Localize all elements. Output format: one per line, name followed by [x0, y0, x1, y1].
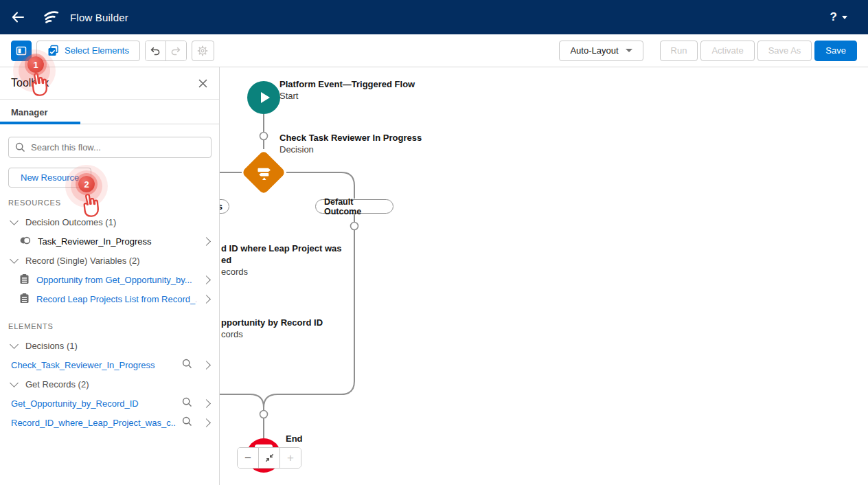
group-get-records[interactable]: Get Records (2): [0, 374, 219, 394]
builder-toolbar: Select Elements: [0, 34, 868, 67]
undo-button[interactable]: [146, 41, 165, 60]
start-title: Platform Event—Triggered Flow: [279, 78, 415, 90]
start-node-label: Platform Event—Triggered Flow Start: [279, 78, 415, 102]
undo-redo-group: [145, 41, 187, 61]
record-variable-icon: [19, 273, 30, 286]
elements-heading: ELEMENTS: [8, 322, 219, 330]
redo-button[interactable]: [165, 41, 186, 60]
app-title: Flow Builder: [70, 12, 128, 23]
toolbox-tabs: Manager: [0, 100, 219, 124]
panel-icon: [16, 45, 27, 56]
get-records-node-label-2: pportunity by Record ID cords: [221, 317, 358, 340]
outcome-icon: [19, 235, 31, 248]
search-icon[interactable]: [182, 359, 192, 371]
save-as-button[interactable]: Save As: [757, 41, 812, 61]
resources-heading: RESOURCES: [8, 199, 219, 207]
chevron-down-icon: [626, 49, 632, 52]
multi-select-icon: [47, 45, 59, 56]
back-arrow-icon: [10, 10, 25, 25]
chevron-right-icon[interactable]: [202, 361, 211, 370]
chevron-down-icon: [10, 216, 19, 225]
close-icon[interactable]: [196, 76, 209, 90]
chevron-right-icon[interactable]: [202, 237, 211, 246]
fit-view-icon: [264, 453, 275, 463]
redo-icon: [170, 45, 181, 56]
help-icon: ?: [830, 10, 837, 24]
default-outcome-pill[interactable]: Default Outcome: [315, 199, 393, 214]
select-elements-button[interactable]: Select Elements: [36, 41, 140, 61]
decision-node-label: Check Task Reviewer In Progress Decision: [279, 132, 422, 155]
play-icon: [255, 89, 272, 106]
decision-subtitle: Decision: [279, 144, 314, 155]
resource-record-leap-projects-variable[interactable]: Record Leap Projects List from Record_..…: [0, 289, 219, 308]
toggle-toolbox-button[interactable]: [11, 41, 32, 61]
back-button[interactable]: [0, 0, 36, 34]
chevron-down-icon: [10, 379, 19, 387]
group-decision-outcomes[interactable]: Decision Outcomes (1): [0, 212, 219, 232]
toolbox-panel: Toolbox Manager New Resource RESOURCES D…: [0, 67, 220, 485]
auto-layout-dropdown[interactable]: Auto-Layout: [559, 41, 643, 61]
chevron-right-icon[interactable]: [202, 295, 211, 304]
record-variable-icon: [19, 293, 30, 306]
group-decisions[interactable]: Decisions (1): [0, 336, 219, 355]
tab-manager[interactable]: Manager: [0, 107, 58, 124]
run-button[interactable]: Run: [660, 41, 698, 61]
undo-icon: [150, 45, 161, 56]
start-node[interactable]: [247, 81, 280, 114]
flow-builder-logo-icon: [43, 9, 60, 26]
element-record-id-where-leap-project[interactable]: Record_ID_where_Leap_Project_was_c...: [0, 413, 219, 432]
chevron-right-icon[interactable]: [202, 275, 211, 284]
zoom-controls: − +: [237, 447, 301, 469]
resource-opportunity-variable[interactable]: Opportunity from Get_Opportunity_by...: [0, 270, 219, 289]
zoom-out-button[interactable]: −: [238, 448, 258, 468]
chevron-right-icon[interactable]: [202, 418, 211, 427]
decision-signpost-icon: [255, 164, 273, 181]
save-button[interactable]: Save: [814, 41, 857, 61]
toolbox-header: Toolbox: [0, 67, 219, 100]
zoom-in-button[interactable]: +: [279, 448, 301, 468]
start-subtitle: Start: [279, 91, 298, 101]
flow-settings-button[interactable]: [192, 41, 214, 61]
get-records-node-label-1: d ID where Leap Project was ed ecords: [221, 242, 345, 278]
end-node-label: End: [286, 433, 303, 444]
search-icon: [15, 142, 25, 155]
search-icon[interactable]: [182, 397, 192, 409]
search-wrap: [8, 137, 211, 158]
decision-title: Check Task Reviewer In Progress: [279, 132, 422, 144]
resource-task-reviewer-in-progress[interactable]: Task_Reviewer_In_Progress: [0, 232, 219, 251]
chevron-down-icon: [10, 255, 19, 264]
element-get-opportunity[interactable]: Get_Opportunity_by_Record_ID: [0, 394, 219, 413]
chevron-right-icon[interactable]: [202, 399, 211, 408]
gear-icon: [197, 45, 208, 56]
search-icon[interactable]: [182, 416, 192, 429]
element-check-task-reviewer[interactable]: Check_Task_Reviewer_In_Progress: [0, 355, 219, 374]
group-record-single-variables[interactable]: Record (Single) Variables (2): [0, 251, 219, 270]
toolbox-title: Toolbox: [11, 77, 196, 89]
new-resource-button[interactable]: New Resource: [8, 168, 91, 188]
search-input[interactable]: [8, 137, 212, 158]
chevron-down-icon: [10, 340, 19, 349]
app-header: Flow Builder ?: [0, 0, 868, 34]
zoom-fit-button[interactable]: [258, 448, 279, 468]
chevron-down-icon: [842, 16, 847, 19]
help-menu[interactable]: ?: [830, 10, 847, 24]
activate-button[interactable]: Activate: [700, 41, 754, 61]
